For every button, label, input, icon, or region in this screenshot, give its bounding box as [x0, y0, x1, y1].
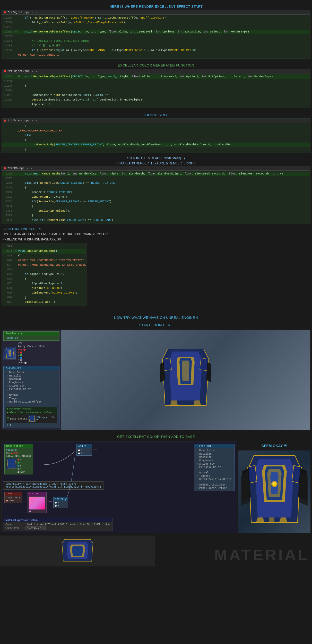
formula-box: Luminosity = sinf(WorldTime*0.002f)+0.5f…	[3, 481, 103, 490]
graph-apply: Apply View MipBias	[6, 455, 31, 457]
g-pin-row: G	[18, 354, 46, 356]
code-line: 2299 {	[2, 186, 310, 190]
time-node: Time Input Data Time	[4, 492, 22, 503]
g-pin: G	[18, 354, 19, 356]
code-line: 12301 Luminosity = sinf(WorldTime*0.002f…	[2, 93, 310, 98]
base-tex-check-row[interactable]: ✓ BaseTexture 2PG_upper_13m ▼	[6, 414, 57, 423]
code-tab-4[interactable]: ZzzBMD.cpp ✕ ✕	[2, 166, 310, 171]
code-block-2: ZzzObject.cpp ✕ ✕ 12297 # void RenderPar…	[2, 69, 310, 108]
multiply-node: Multiply A B	[53, 497, 68, 508]
r-pin-row: R	[18, 351, 46, 354]
uvs-row: UVs Apply View MipBias RGB R G	[18, 342, 46, 364]
g-roughness: Roughness	[196, 459, 233, 462]
extra-label: 2PG_upper_13m ▼	[37, 416, 56, 421]
custom-color-preview	[29, 497, 45, 509]
ue4-section2: BaseTexture Param(0) UVs RGB Apply View …	[2, 441, 310, 533]
apply-view-label: Apply View MipBias	[18, 345, 46, 348]
code-line: 2306 else if((RenderFlag&RENDER_DARK) ==…	[2, 218, 310, 223]
small-thumb	[28, 415, 36, 422]
code-line: 12282 ⊟ void RenderPartObjectEffect(OBJE…	[2, 30, 310, 34]
small-thumb-svg	[28, 415, 36, 422]
code-line: 2302 if((RenderFlag&RENDER_BRIGHT) == RE…	[2, 199, 310, 204]
graph-mitem-header: M_Item_TUT	[194, 444, 234, 448]
header2: EXCELLENT COLOR GENERATED FUNCTION	[0, 61, 312, 69]
code-line: 610 }	[2, 295, 86, 300]
code-tab-3[interactable]: ZzzObject.cpp ✕ ✕	[2, 119, 310, 123]
next-btn[interactable]: ►	[10, 424, 12, 426]
formula-line2: Vector(Luminosity,Luminosity*0.3f,1.f-Lu…	[5, 486, 101, 488]
bottom-armor-svg	[57, 538, 98, 564]
code-line: 607 AlphaBlendType = 3;	[2, 281, 86, 286]
armor-thumbnail-svg	[5, 347, 15, 359]
g-specular: Specular	[196, 456, 233, 459]
a-pin-row: A	[18, 359, 46, 362]
navigation-row: ◄ ►	[6, 423, 57, 427]
bottom-section: MATERIAL	[0, 536, 312, 569]
code-line: 2305 }	[2, 213, 310, 218]
code-line: 593	[2, 244, 86, 249]
ch-r-dot	[18, 459, 19, 461]
code-tab-2[interactable]: ZzzObject.cpp ✕ ✕	[2, 69, 310, 73]
code-line: 611 DisableCullFace();	[2, 300, 86, 305]
right-col: SEEM OKAY !!!	[238, 441, 310, 533]
graph-bt-param: Param(0)	[6, 449, 31, 451]
output-type-value[interactable]: CMOT Float 3 ▼	[25, 526, 46, 530]
time-pin-row: Time	[6, 499, 20, 502]
m-item-header: M_Item_TUT	[4, 366, 59, 370]
code-line: 598	[2, 267, 86, 272]
svg-point-1	[272, 482, 276, 486]
graph-mitem-outputs: Base Color Metallic Specular Roughness A…	[196, 449, 233, 490]
tab-icon-1	[4, 11, 6, 13]
g-normal: Normal	[196, 471, 233, 474]
blend-two: IT'S JUST AN ADDITIVE BLEND. SAME TEXTUR…	[0, 232, 312, 237]
code-line: 2301 BindTexture(Texture);	[2, 195, 310, 199]
mul-a-dot	[55, 502, 57, 504]
code-line: }	[2, 124, 310, 129]
tab-icon-2	[4, 70, 6, 72]
code-line: 609 glBlendFunc(GL_ONE,GL_ONE);	[2, 291, 86, 295]
ue4-header2: START FROM HERE	[0, 321, 312, 329]
a-dot	[20, 359, 22, 361]
ch-r: R	[18, 458, 25, 461]
code-line: 12302 Vector(Luminosity, Luminosity*0.3f…	[2, 98, 310, 102]
graph-thumb-svg	[6, 458, 16, 469]
texture-thumbnail	[3, 347, 16, 359]
ue4-section1: BaseTexture Param(0) UVs Apply View Mi	[2, 330, 310, 430]
custom-out-dot	[29, 511, 31, 512]
time-pin-label: Time	[8, 499, 14, 502]
graph-add-node: Add ▼ A B	[76, 444, 92, 456]
output-roughness: Roughness	[6, 381, 57, 384]
mat-expr-header: Material Expression Custom	[3, 518, 112, 522]
code-line: _PBG_ADD_NEWCHAR_MONK_ITEM	[2, 129, 310, 133]
tab-filename-2: ZzzObject.cpp	[7, 70, 30, 73]
m-item-tut-node: M_Item_TUT Base Color Metallic Specular …	[3, 366, 59, 428]
custom-out-pin	[29, 511, 45, 512]
graph-thumb-row: R G B A	[6, 458, 31, 473]
base-tex-check-label: BaseTexture	[10, 417, 27, 420]
prev-btn[interactable]: ◄	[7, 424, 8, 426]
g-tangent: Tangent	[196, 474, 233, 478]
b-pin: B	[18, 356, 19, 359]
g-anisotropy: Anisotropy	[196, 462, 233, 466]
armor-3d-svg-1	[155, 344, 216, 416]
rgba-pin-row: RGBA	[18, 362, 46, 364]
base-tex-checkbox[interactable]: ✓	[7, 417, 9, 420]
code-value: float L = sinf(2*Time)+0.5+0.5; return f…	[25, 523, 110, 526]
code-line: 2297	[2, 176, 310, 181]
formula-line1: Luminosity = sinf(WorldTime*0.002f)+0.5f…	[5, 483, 101, 486]
uvs-label: UVs	[18, 342, 46, 345]
code-line: 12299 {	[2, 84, 310, 88]
code-block-1: ZzzObject.cpp ✕ ✕ 12279 if ( !g_isCharac…	[2, 10, 310, 59]
code-line: b->RenderBody(RENDER_TEXTURE|RENDER_BRIG…	[2, 143, 310, 147]
tab-icon-3	[4, 120, 6, 122]
code-block-5: 593 594 ⊟ void EnableAlphaBlend() 595 { …	[2, 243, 86, 306]
ch-g: G	[18, 462, 25, 464]
step-line2: FIND FLAGS RENDER_TEXTURE & RENDER_BRIGH…	[0, 161, 312, 166]
ch-g-dot	[18, 462, 19, 464]
code-line: 2296 void BMD::RenderMesh(int i, int Ren…	[2, 172, 310, 176]
code-tab-1[interactable]: ZzzObject.cpp ✕ ✕	[2, 10, 310, 15]
global-tex-label: ▲ Global Texture Parameter Values	[6, 411, 57, 414]
graph-add-header: Add ▼	[77, 444, 92, 448]
output-base-color: Base Color	[6, 371, 57, 374]
add-a-pin: A	[78, 449, 90, 451]
